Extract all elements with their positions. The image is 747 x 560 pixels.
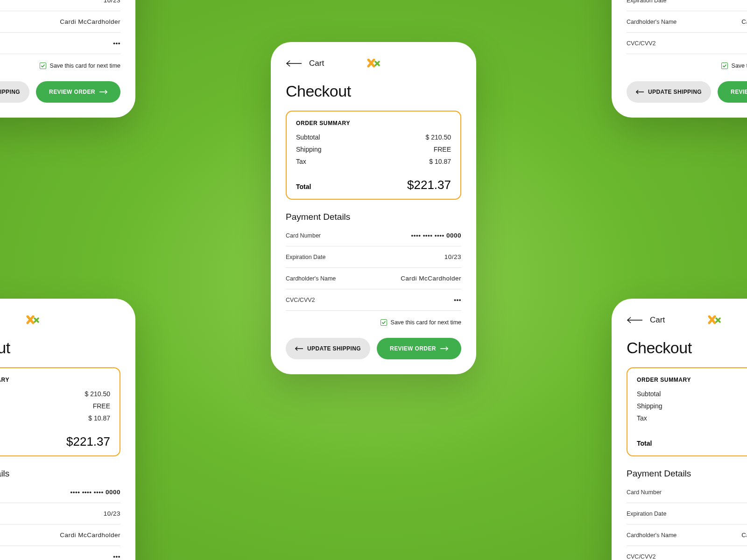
summary-row-subtotal: Subtotal $ 210.50	[637, 388, 747, 400]
cardholder-field[interactable]: Cardholder's Name Cardi McCardholder	[627, 11, 747, 33]
update-shipping-button[interactable]: UPDATE SHIPPING	[627, 81, 711, 103]
summary-row-shipping: Shipping FREE	[0, 400, 110, 412]
save-card-label: Save this card for next time	[391, 319, 461, 326]
review-order-button[interactable]: REVIEW ORDER	[377, 338, 461, 359]
cvc-field[interactable]: CVC/CVV2 •••	[286, 289, 461, 311]
update-shipping-button[interactable]: UPDATE SHIPPING	[286, 338, 370, 359]
arrow-left-icon	[636, 90, 644, 94]
summary-row-shipping: Shipping FREE	[637, 400, 747, 412]
check-icon	[41, 63, 45, 68]
check-icon	[722, 63, 727, 68]
expiration-field[interactable]: Expiration Date 10/23	[0, 503, 120, 525]
summary-row-subtotal: Subtotal $ 210.50	[296, 131, 451, 143]
page-title: Checkout	[627, 339, 747, 357]
payment-details-heading: Payment Details	[0, 469, 120, 479]
cvc-field[interactable]: CVC/CVV2 •••	[0, 546, 120, 560]
cardholder-field[interactable]: Cardholder's Name Cardi McCardholder	[286, 268, 461, 289]
order-summary-heading: ORDER SUMMARY	[0, 377, 110, 383]
summary-row-total: Total $221.37	[637, 427, 747, 449]
app-logo-icon	[26, 315, 40, 325]
card-number-field[interactable]: Card Number •••• •••• •••• 0000	[0, 482, 120, 503]
update-shipping-button[interactable]: UPDATE SHIPPING	[0, 81, 29, 103]
expiration-field[interactable]: Expiration Date 10/23	[627, 503, 747, 525]
save-card-label: Save this card for next time	[732, 63, 747, 69]
back-label: Cart	[309, 59, 324, 68]
cardholder-field[interactable]: Cardholder's Name Cardi McCardholder	[0, 525, 120, 546]
card-number-field[interactable]: Card Number •••• •••• •••• 0000	[627, 482, 747, 503]
save-card-label: Save this card for next time	[50, 63, 120, 69]
order-summary-heading: ORDER SUMMARY	[296, 120, 451, 126]
cvc-field[interactable]: CVC/CVV2 •••	[627, 546, 747, 560]
review-order-button[interactable]: REVIEW ORDER	[36, 81, 120, 103]
summary-row-tax: Tax $ 10.87	[0, 412, 110, 424]
app-logo-icon	[707, 315, 721, 325]
cvc-field[interactable]: CVC/CVV2 •••	[627, 33, 747, 54]
summary-row-total: Total $221.37	[296, 170, 451, 192]
save-card-checkbox[interactable]	[381, 319, 387, 326]
expiration-field[interactable]: Expiration Date 10/23	[286, 246, 461, 268]
summary-row-shipping: Shipping FREE	[296, 143, 451, 155]
card-number-field[interactable]: Card Number •••• •••• •••• 0000	[286, 225, 461, 246]
summary-row-subtotal: Subtotal $ 210.50	[0, 388, 110, 400]
cvc-field[interactable]: CVC/CVV2 •••	[0, 33, 120, 54]
summary-row-tax: Tax $ 10.87	[637, 412, 747, 424]
back-button[interactable]	[286, 60, 303, 67]
cardholder-field[interactable]: Cardholder's Name Cardi McCardholder	[0, 11, 120, 33]
review-order-button[interactable]: REVIEW ORDER	[718, 81, 747, 103]
expiration-field[interactable]: Expiration Date 10/23	[627, 0, 747, 11]
page-title: Checkout	[286, 82, 461, 100]
arrow-right-icon	[99, 90, 107, 94]
expiration-field[interactable]: Expiration Date 10/23	[0, 0, 120, 11]
page-title: Checkout	[0, 339, 120, 357]
arrow-left-icon	[286, 60, 303, 67]
payment-details-heading: Payment Details	[627, 469, 747, 479]
cardholder-field[interactable]: Cardholder's Name Cardi McCardholder	[627, 525, 747, 546]
payment-details-heading: Payment Details	[286, 212, 461, 222]
arrow-left-icon	[295, 346, 303, 351]
arrow-left-icon	[627, 317, 643, 323]
summary-row-total: Total $221.37	[0, 427, 110, 449]
save-card-checkbox[interactable]	[40, 63, 46, 69]
order-summary-heading: ORDER SUMMARY	[637, 377, 747, 383]
order-summary-card: ORDER SUMMARY Subtotal $ 210.50 Shipping…	[286, 111, 461, 200]
app-logo-icon	[366, 59, 381, 68]
summary-row-tax: Tax $ 10.87	[296, 155, 451, 168]
check-icon	[381, 320, 386, 325]
order-summary-card: ORDER SUMMARY Subtotal $ 210.50 Shipping…	[627, 367, 747, 456]
order-summary-card: ORDER SUMMARY Subtotal $ 210.50 Shipping…	[0, 367, 120, 456]
back-label: Cart	[650, 315, 665, 325]
back-button[interactable]	[627, 317, 643, 323]
save-card-checkbox[interactable]	[721, 63, 728, 69]
arrow-right-icon	[440, 346, 448, 351]
